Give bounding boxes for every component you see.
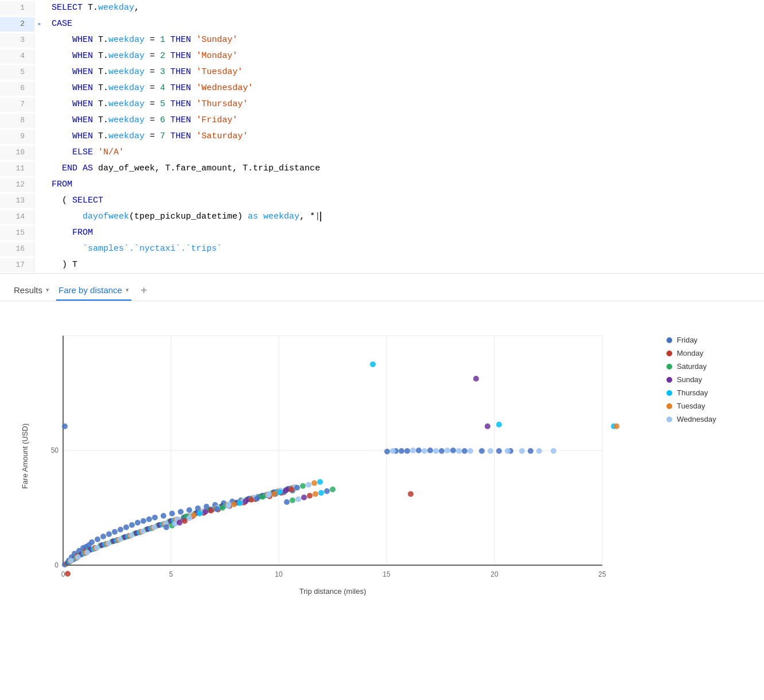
token-plain [52, 51, 72, 61]
token-str: 'Monday' [196, 51, 237, 61]
svg-point-61 [416, 448, 422, 453]
token-kw: WHEN [72, 51, 93, 61]
svg-point-67 [496, 448, 502, 454]
svg-text:10: 10 [275, 570, 283, 578]
token-plain [165, 51, 170, 61]
legend-dot [666, 337, 672, 343]
tab-results-label: Results [14, 285, 42, 295]
token-col: weekday [108, 67, 145, 77]
code-content: WHEN T.weekday = 1 THEN 'Sunday' [45, 32, 237, 48]
svg-point-31 [100, 534, 106, 539]
code-line-10: 10 ELSE 'N/A' [0, 145, 764, 161]
svg-point-234 [306, 482, 311, 488]
svg-text:Trip distance (miles): Trip distance (miles) [299, 587, 367, 596]
svg-point-241 [182, 518, 188, 524]
svg-point-233 [300, 483, 306, 489]
svg-point-228 [271, 491, 277, 497]
token-kw: THEN [170, 67, 191, 77]
code-content: WHEN T.weekday = 5 THEN 'Thursday' [45, 96, 248, 112]
svg-point-36 [129, 522, 135, 528]
svg-point-216 [202, 509, 208, 515]
tab-results[interactable]: Results ▾ [11, 281, 52, 301]
token-kw: SELECT [72, 196, 103, 205]
code-content: WHEN T.weekday = 4 THEN 'Wednesday' [45, 80, 253, 96]
token-plain [52, 228, 72, 238]
svg-point-183 [106, 540, 111, 546]
line-number: 1 [0, 1, 34, 15]
token-plain [191, 67, 196, 77]
svg-point-66 [479, 448, 485, 454]
token-plain [165, 67, 170, 77]
svg-text:20: 20 [490, 570, 498, 578]
token-kw: THEN [170, 115, 191, 125]
legend-item-saturday: Saturday [666, 362, 747, 371]
token-col: weekday [108, 51, 145, 61]
token-plain: = [145, 99, 160, 109]
line-number: 3 [0, 33, 34, 48]
svg-point-240 [177, 520, 182, 526]
token-str: 'Saturday' [196, 131, 248, 141]
token-plain: day_of_week, T.fare_amount, T.trip_dista… [93, 164, 320, 173]
token-plain [52, 147, 72, 157]
token-plain [191, 115, 196, 125]
token-kw: THEN [170, 131, 191, 141]
token-plain: = [145, 115, 160, 125]
code-line-7: 7 WHEN T.weekday = 5 THEN 'Thursday' [0, 96, 764, 112]
svg-point-57 [384, 449, 390, 454]
svg-point-60 [404, 448, 410, 454]
svg-point-91 [408, 491, 414, 497]
token-plain [191, 83, 196, 93]
code-content: WHEN T.weekday = 6 THEN 'Friday' [45, 112, 237, 129]
svg-point-29 [89, 539, 95, 545]
code-line-2: 2▸CASE [0, 16, 764, 32]
svg-point-185 [128, 532, 134, 538]
code-line-5: 5 WHEN T.weekday = 3 THEN 'Tuesday' [0, 64, 764, 80]
svg-point-245 [301, 495, 307, 500]
token-plain [52, 212, 83, 221]
svg-point-156 [496, 422, 502, 427]
token-plain [52, 244, 83, 254]
results-tabs: Results ▾ Fare by distance ▾ + [0, 274, 764, 301]
tab-add-button[interactable]: + [136, 282, 152, 300]
token-plain [165, 35, 170, 45]
svg-point-230 [283, 488, 289, 493]
token-kw: WHEN [72, 67, 93, 77]
legend-label: Saturday [677, 362, 707, 371]
token-num: 3 [160, 67, 165, 77]
code-line-1: 1SELECT T.weekday, [0, 0, 764, 16]
tab-results-chevron: ▾ [46, 286, 49, 294]
line-number: 16 [0, 242, 34, 256]
svg-point-201 [422, 448, 427, 454]
token-plain [52, 131, 72, 141]
svg-point-182 [94, 545, 100, 551]
svg-point-34 [118, 527, 123, 532]
legend-item-thursday: Thursday [666, 388, 747, 397]
code-line-12: 12FROM [0, 177, 764, 193]
token-kw: THEN [170, 51, 191, 61]
token-plain: (tpep_pickup_datetime) [129, 212, 248, 221]
token-kw: WHEN [72, 83, 93, 93]
tab-fare-by-distance[interactable]: Fare by distance ▾ [56, 281, 131, 301]
svg-point-39 [146, 516, 152, 522]
svg-text:0: 0 [61, 570, 65, 578]
token-plain: ( [52, 196, 72, 205]
svg-point-178 [614, 423, 619, 429]
svg-point-217 [208, 508, 214, 514]
svg-point-179 [68, 558, 74, 563]
svg-point-33 [112, 529, 118, 535]
token-plain [93, 147, 98, 157]
code-content: CASE [45, 16, 72, 32]
line-number: 4 [0, 49, 34, 64]
token-plain [165, 83, 170, 93]
code-line-3: 3 WHEN T.weekday = 1 THEN 'Sunday' [0, 32, 764, 48]
svg-text:Fare Amount (USD): Fare Amount (USD) [21, 423, 29, 489]
svg-point-186 [140, 528, 146, 534]
token-plain [52, 164, 62, 173]
line-number: 11 [0, 162, 34, 176]
token-plain: T. [93, 67, 108, 77]
svg-point-235 [311, 480, 317, 486]
token-col: weekday [98, 3, 134, 13]
svg-point-44 [186, 507, 192, 513]
token-kw: END [62, 164, 77, 173]
token-plain: T. [83, 3, 98, 13]
